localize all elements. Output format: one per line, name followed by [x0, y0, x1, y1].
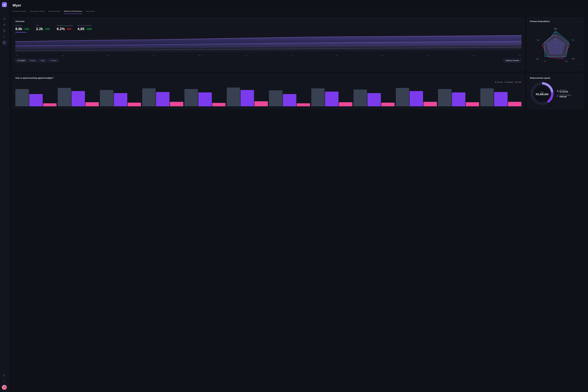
admin-icon[interactable] — [2, 373, 7, 378]
metric-revenue-value: 8.8k — [16, 27, 22, 31]
bar-forecast — [311, 88, 325, 106]
bar-chart — [16, 84, 522, 106]
sidebar-item-users[interactable] — [2, 40, 7, 45]
svg-rect-3 — [4, 30, 4, 30]
forecast-label: Forecast — [497, 81, 503, 83]
disbursement-menu-icon[interactable]: ⋮ — [579, 77, 581, 79]
metric-cac-value-row: 2.2k +7.2% — [36, 27, 52, 31]
metric-roi-value-row: 4,65 +10.8% — [78, 27, 94, 31]
spend-tracking-card: How is spend tracking against budget? ⋮ … — [12, 74, 524, 109]
legend-budgeted: Budgeted — [505, 81, 513, 83]
donut-center: Total R2,280,000 — [536, 91, 548, 96]
donut-legend: Operations R1,100,000 Service Providers … — [557, 89, 571, 98]
top-row: Overview ⋮ Revenue 8.8k +7.4% CAC 2.2k — [12, 17, 584, 71]
x-label-dec: Dec — [518, 55, 521, 56]
svg-text:Sun: Sun — [537, 39, 540, 41]
bar-budgeted — [29, 94, 43, 106]
donut-legend-service-providers: Service Providers R400,000 — [557, 94, 571, 98]
metric-cac: CAC 2.2k +7.2% — [36, 25, 52, 32]
x-label-jan: Jan — [16, 55, 18, 56]
avatar[interactable]: 👩 — [2, 385, 7, 390]
bar-group-4 — [184, 86, 226, 106]
operations-dot — [557, 90, 558, 92]
expenditure-menu-icon[interactable]: ⋮ — [579, 20, 581, 22]
bar-actual — [339, 102, 352, 106]
metric-roi-label: Return on investment — [78, 25, 94, 26]
main-content: Wyer Company details Transaction History… — [9, 0, 588, 392]
bar-actual — [508, 102, 522, 106]
svg-rect-0 — [4, 19, 4, 20]
donut-legend-operations: Operations R1,100,000 — [557, 89, 571, 93]
bar-group-6 — [269, 86, 310, 106]
bar-group-5 — [227, 86, 268, 106]
app-logo[interactable]: ◈ — [2, 2, 7, 7]
bar-group-9 — [396, 86, 437, 106]
metric-cac-label: CAC — [36, 25, 52, 26]
bar-group-2 — [100, 86, 141, 106]
metric-growth-label: Average revenue growth — [57, 25, 73, 26]
bar-budgeted — [494, 92, 508, 106]
bar-forecast — [142, 88, 156, 106]
x-label-jul: Jul — [290, 55, 292, 56]
bar-forecast — [396, 88, 409, 106]
legend-actual: Actual — [515, 81, 522, 83]
budgeted-dot — [505, 82, 506, 82]
tabs: Company details Transaction History Disb… — [12, 10, 584, 14]
page-title: Wyer — [12, 3, 584, 8]
service-providers-value: R400,000 — [560, 96, 571, 98]
time-buttons: 12 months 30 days 7 days + Custom — [16, 58, 59, 62]
sidebar-item-chart[interactable] — [2, 16, 7, 21]
tab-company-details[interactable]: Company details — [12, 10, 26, 14]
bar-group-1 — [58, 86, 99, 106]
spend-menu-icon[interactable]: ⋮ — [519, 77, 522, 79]
sidebar-item-box[interactable] — [2, 28, 7, 33]
bar-actual — [424, 102, 437, 106]
actual-dot — [515, 82, 516, 82]
metric-cac-value: 2.2k — [36, 27, 43, 31]
overview-card-header: Overview ⋮ — [16, 20, 522, 22]
metric-growth-value: 6.2% — [57, 27, 65, 31]
settings-icon[interactable] — [2, 379, 7, 384]
sidebar-item-home[interactable]: ⌂ — [2, 10, 7, 15]
donut-container: Total R2,280,000 Operations R1,100,000 — [530, 81, 581, 106]
svg-rect-2 — [5, 18, 5, 20]
bar-forecast — [480, 88, 494, 106]
sidebar-bottom: 👩 — [2, 373, 7, 390]
bar-group-7 — [311, 86, 352, 106]
disbursement-card-header: Disbursement spend ⋮ — [530, 77, 581, 79]
service-providers-text: Service Providers R400,000 — [560, 94, 571, 98]
x-label-apr: Apr — [153, 55, 155, 56]
time-btn-custom[interactable]: + Custom — [47, 58, 58, 62]
bar-budgeted — [367, 93, 381, 106]
plus-icon: + — [50, 60, 50, 62]
time-btn-30days[interactable]: 30 days — [28, 58, 38, 62]
tab-disbursements[interactable]: Disbursements — [48, 10, 60, 14]
operations-label: Operations — [560, 89, 568, 91]
svg-rect-6 — [4, 31, 5, 32]
bottom-row: How is spend tracking against budget? ⋮ … — [12, 74, 584, 109]
x-label-jun: Jun — [244, 55, 247, 56]
bar-budgeted — [198, 92, 212, 106]
tab-documents[interactable]: Documents — [86, 10, 95, 14]
metric-roi: Return on investment 4,65 +10.8% — [78, 25, 94, 32]
bar-actual — [170, 102, 183, 106]
x-axis: Jan Feb Mar Apr May Jun Jul Aug Sep Oct … — [16, 55, 522, 56]
metrics-row: Revenue 8.8k +7.4% CAC 2.2k +7.2% Averag… — [16, 25, 522, 32]
chart-legend: Forecast Budgeted Actual — [16, 81, 522, 83]
overview-menu-icon[interactable]: ⋮ — [519, 20, 522, 22]
bar-forecast — [184, 89, 198, 106]
bar-actual — [466, 102, 479, 106]
spend-title: How is spend tracking against budget? — [16, 77, 53, 79]
sidebar-item-clock[interactable] — [2, 34, 7, 39]
time-btn-12months[interactable]: 12 months — [16, 58, 27, 62]
tab-metrics-performance[interactable]: Metrics & Performance — [64, 10, 82, 14]
bar-forecast — [438, 89, 452, 106]
time-btn-7days[interactable]: 7 days — [38, 58, 47, 62]
primary-expenditure-card: Primary Expenditure ⋮ 1,000 800 600 400 — [527, 17, 584, 71]
tab-transaction-history[interactable]: Transaction History — [30, 10, 45, 14]
svg-point-8 — [4, 42, 4, 43]
metric-roi-badge: +10.8% — [86, 28, 93, 30]
sidebar-item-layers[interactable] — [2, 22, 7, 27]
audience-overview-button[interactable]: Audience overview — [503, 58, 522, 62]
forecast-dot — [495, 82, 496, 82]
